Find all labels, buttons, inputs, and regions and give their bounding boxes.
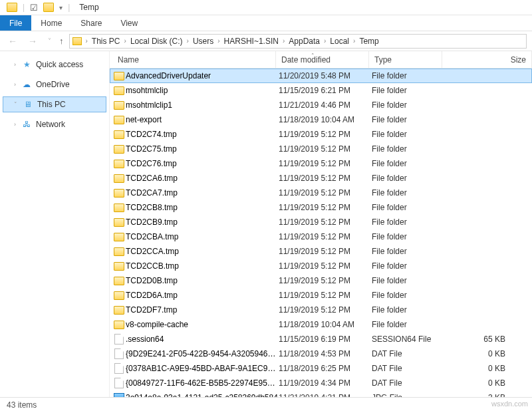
titlebar: | ☑ ▾ | Temp [0,0,532,15]
forward-icon[interactable]: → [25,35,40,48]
file-name: 3e914e8a-93a1-4121-ad25-c358369db584 [126,393,279,397]
file-tab[interactable]: File [0,15,31,31]
file-name: TCD2C76.tmp [126,159,279,168]
folder-icon [114,233,124,241]
file-name: TCD2CB9.tmp [126,217,279,227]
sidebar-item-network[interactable]: ›🖧Network [3,116,106,132]
crumb-local-disk[interactable]: Local Disk (C:) [130,37,183,46]
file-type: File folder [372,217,445,227]
navbar: ← → ˅ ↑ › This PC › Local Disk (C:) › Us… [0,31,532,51]
table-row[interactable]: msohtmlclip111/21/2019 4:46 PMFile folde… [110,98,532,112]
crumb-user[interactable]: HARSHI~1.SIN [224,37,279,46]
up-icon[interactable]: ↑ [59,36,64,46]
file-type: File folder [372,174,445,183]
file-name: TCD2C75.tmp [126,144,279,154]
table-row[interactable]: {00849727-11F6-462E-B5B5-22974E9542E...1… [110,376,532,390]
table-row[interactable]: TCD2CCB.tmp11/19/2019 5:12 PMFile folder [110,259,532,273]
item-count: 43 items [7,400,37,410]
file-name: TCD2CA6.tmp [126,174,279,183]
folder-icon [114,116,124,124]
crumb-local[interactable]: Local [330,37,349,46]
chevron-right-icon[interactable]: › [280,37,287,45]
table-row[interactable]: TCD2D0B.tmp11/19/2019 5:12 PMFile folder [110,273,532,288]
file-type: DAT File [372,378,445,388]
file-name: TCD2CBA.tmp [126,232,279,241]
star-icon: ★ [21,59,32,70]
table-row[interactable]: TCD2CBA.tmp11/19/2019 5:12 PMFile folder [110,229,532,244]
file-name: TCD2CCA.tmp [126,247,279,256]
header-size[interactable]: Size [442,51,532,68]
header-type[interactable]: Type [369,51,442,68]
tab-home[interactable]: Home [31,15,71,31]
file-date: 11/19/2019 5:12 PM [279,247,372,256]
table-row[interactable]: TCD2C74.tmp11/19/2019 5:12 PMFile folder [110,127,532,142]
crumb-users[interactable]: Users [193,37,213,46]
crumb-appdata[interactable]: AppData [289,37,320,46]
table-row[interactable]: v8-compile-cache11/18/2019 10:04 AMFile … [110,317,532,332]
cloud-icon: ☁ [21,79,32,90]
tab-share[interactable]: Share [71,15,111,31]
table-row[interactable]: TCD2C76.tmp11/19/2019 5:12 PMFile folder [110,156,532,171]
chevron-right-icon[interactable]: › [350,37,358,45]
breadcrumb[interactable]: › This PC › Local Disk (C:) › Users › HA… [69,34,527,49]
crumb-temp[interactable]: Temp [359,37,378,46]
file-name: TCD2C74.tmp [126,130,279,139]
file-type: File folder [372,100,445,110]
folder-icon [7,3,17,12]
table-row[interactable]: TCD2CB9.tmp11/19/2019 5:12 PMFile folder [110,215,532,229]
file-type: File folder [372,232,445,241]
chevron-right-icon[interactable]: › [215,37,222,45]
table-row[interactable]: {9D29E241-2F05-422B-9454-A3205946F22...1… [110,346,532,361]
table-row[interactable]: 3e914e8a-93a1-4121-ad25-c358369db58411/2… [110,390,532,397]
chevron-right-icon[interactable]: › [122,37,129,45]
sort-caret-icon: ˄ [311,53,315,59]
chevron-right-icon[interactable]: › [321,37,329,45]
folder-icon [114,277,124,285]
file-type: File folder [372,203,445,212]
file-date: 11/20/2019 5:48 PM [279,71,372,80]
sidebar-item-quick-access[interactable]: ›★Quick access [3,57,106,72]
recent-dropdown-icon[interactable]: ˅ [45,36,54,46]
table-row[interactable]: AdvancedDriverUpdater11/20/2019 5:48 PMF… [110,68,532,83]
file-name: {00849727-11F6-462E-B5B5-22974E9542E... [126,378,279,388]
sidebar-item-this-pc[interactable]: ˅🖥This PC [3,96,106,112]
chevron-right-icon[interactable]: › [83,37,90,45]
file-type: File folder [372,291,445,300]
sidebar: ›★Quick access›☁OneDrive˅🖥This PC›🖧Netwo… [0,51,110,397]
crumb-this-pc[interactable]: This PC [92,37,120,46]
file-type: DAT File [372,364,445,373]
file-name: msohtmlclip [126,86,279,95]
table-row[interactable]: TCD2CA6.tmp11/19/2019 5:12 PMFile folder [110,171,532,186]
table-row[interactable]: {0378AB1C-A9E9-45BD-ABAF-9A1EC9AF...11/1… [110,361,532,376]
table-row[interactable]: .session6411/15/2019 6:19 PMSESSION64 Fi… [110,332,532,346]
chevron-right-icon[interactable]: › [184,37,192,45]
file-type: File folder [372,276,445,285]
file-size: 65 KB [445,335,532,344]
folder-icon [114,174,124,183]
file-type: File folder [372,71,445,80]
file-type: File folder [372,261,445,271]
table-row[interactable]: TCD2CCA.tmp11/19/2019 5:12 PMFile folder [110,244,532,259]
file-icon [114,363,124,374]
table-row[interactable]: TCD2D6A.tmp11/19/2019 5:12 PMFile folder [110,288,532,303]
table-row[interactable]: TCD2C75.tmp11/19/2019 5:12 PMFile folder [110,142,532,156]
back-icon[interactable]: ← [5,35,20,48]
qat-dropdown-icon[interactable]: ▾ [59,4,63,11]
file-size: 0 KB [445,364,532,373]
file-type: File folder [372,86,445,95]
header-name[interactable]: Name [110,51,276,68]
tab-view[interactable]: View [111,15,147,31]
file-date: 11/19/2019 5:12 PM [279,291,372,300]
table-row[interactable]: net-export11/18/2019 10:04 AMFile folder [110,112,532,127]
open-folder-icon[interactable] [43,3,54,12]
table-row[interactable]: TCD2DF7.tmp11/19/2019 5:12 PMFile folder [110,303,532,317]
table-row[interactable]: TCD2CB8.tmp11/19/2019 5:12 PMFile folder [110,200,532,215]
table-row[interactable]: TCD2CA7.tmp11/19/2019 5:12 PMFile folder [110,186,532,200]
file-date: 11/19/2019 5:12 PM [279,188,372,198]
sidebar-item-onedrive[interactable]: ›☁OneDrive [3,76,106,92]
header-date[interactable]: Date modified [276,51,369,68]
sidebar-item-label: OneDrive [36,80,70,89]
file-date: 11/19/2019 5:12 PM [279,232,372,241]
properties-icon[interactable]: ☑ [30,3,38,13]
table-row[interactable]: msohtmlclip11/15/2019 6:21 PMFile folder [110,83,532,98]
